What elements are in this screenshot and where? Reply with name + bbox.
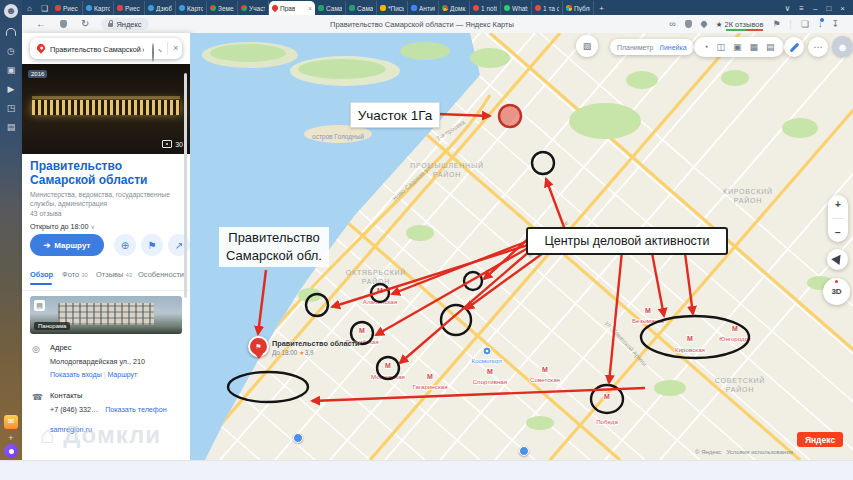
place-pin[interactable]: ⚑	[248, 336, 269, 357]
yandex-mail-icon[interactable]: ✉	[4, 415, 18, 429]
side-panel-icon[interactable]: ❏	[801, 19, 809, 29]
maximize-button[interactable]: □	[826, 4, 831, 13]
ruler-option[interactable]: Линейка	[659, 44, 686, 51]
browser-tab[interactable]: Домкл	[439, 1, 470, 15]
browser-tab[interactable]: АнтиО	[408, 1, 439, 15]
navigator-arrow-icon	[831, 252, 844, 265]
browser-tab[interactable]: Самар	[346, 1, 377, 15]
search-clear-icon[interactable]: ×	[173, 43, 178, 53]
browser-tab[interactable]: 1 та сх	[532, 1, 563, 15]
tab-features[interactable]: Особенности	[138, 270, 186, 279]
protect-shield-icon[interactable]	[60, 20, 67, 28]
transit-icon[interactable]: ▦	[749, 42, 758, 52]
reviews-badge[interactable]: ★ 2К отзывов	[716, 20, 764, 29]
divider	[22, 290, 190, 291]
poi-dot[interactable]	[293, 433, 303, 443]
back-icon[interactable]: ←	[36, 19, 46, 29]
panel-scrollbar[interactable]	[184, 73, 187, 298]
traffic-icon[interactable]: ◔	[703, 42, 708, 52]
tab-groups-icon[interactable]: ❏	[37, 4, 52, 15]
profile-avatar-icon[interactable]: ☻	[4, 4, 18, 18]
show-entrances-link[interactable]: Показать входы	[50, 371, 102, 378]
screen: ☻ ◷ ▣ ▶ ◳ ▤ ✉ + ⌂ ❏ Риес Карто Риес Дзюб…	[0, 0, 853, 480]
browser-sidebar: ☻ ◷ ▣ ▶ ◳ ▤ ✉ +	[0, 0, 22, 460]
opening-hours[interactable]: Открыто до 18:00 ∨	[30, 222, 95, 231]
browser-tab[interactable]: Дзюб	[145, 1, 176, 15]
new-tab-button[interactable]: +	[594, 4, 609, 15]
map-canvas[interactable]: остров Голодный Ново-Садовая ул. Московс…	[190, 33, 853, 460]
transport-people-icon[interactable]: ◫	[716, 42, 725, 52]
tab-reviews[interactable]: Отзывы43	[96, 270, 132, 279]
tab-search-icon[interactable]: ∨	[785, 4, 791, 13]
show-phone-link[interactable]: Показать телефон	[105, 405, 167, 414]
svg-text:Спортивная: Спортивная	[473, 378, 507, 385]
browser-tab[interactable]: Whats	[501, 1, 532, 15]
tab-label: АнтиО	[419, 5, 435, 12]
route-link[interactable]: Маршрут	[107, 371, 137, 378]
compass-3d-button[interactable]: 3D	[823, 278, 850, 305]
tab-photos[interactable]: Фото30	[62, 270, 88, 279]
tab-label: *Письм	[388, 5, 404, 12]
link-divider: |	[104, 371, 106, 378]
zoom-out-button[interactable]: −	[835, 227, 841, 238]
alice-assistant-icon[interactable]	[4, 444, 18, 458]
screenshot-icon[interactable]: ◳	[4, 101, 18, 115]
search-bar[interactable]: Правительство Самарской обл ×	[30, 38, 182, 59]
tab-overview[interactable]: Обзор	[30, 270, 53, 279]
minimize-button[interactable]: –	[813, 4, 817, 13]
refresh-icon[interactable]: ↻	[81, 19, 89, 29]
terms-link[interactable]: Условия использования	[726, 449, 793, 455]
browser-tab[interactable]: *Письм	[377, 1, 408, 15]
menu-icon[interactable]: ≡	[799, 4, 804, 13]
ruler-button[interactable]	[784, 37, 804, 57]
browser-tab[interactable]: Карто	[176, 1, 207, 15]
location-pin-icon[interactable]	[700, 20, 708, 28]
place-photo[interactable]: 2016 30	[22, 64, 190, 154]
locate-me-button[interactable]	[827, 249, 848, 270]
bookmark-flag-icon[interactable]: ⚑	[772, 19, 780, 29]
tab-close-icon[interactable]: ×	[308, 5, 312, 12]
browser-tab[interactable]: Карто	[83, 1, 114, 15]
player-play-icon[interactable]: ▶	[4, 82, 18, 96]
more-tools-button[interactable]: ⋯	[808, 37, 828, 57]
browser-tab-active[interactable]: Прав×	[269, 1, 315, 15]
address-bar[interactable]: Яндекс	[101, 18, 148, 30]
browser-tab[interactable]: Риес	[52, 1, 83, 15]
bookmark-button[interactable]: ⚑	[141, 234, 163, 256]
boards-icon[interactable]: ▤	[4, 120, 18, 134]
poi-dot[interactable]	[519, 446, 529, 456]
notifications-bell-icon[interactable]	[4, 25, 18, 39]
zoom-in-button[interactable]: +	[835, 199, 841, 210]
yandex-logo-badge[interactable]: Яндекс	[797, 432, 843, 447]
layers-button[interactable]: ▧	[576, 35, 598, 57]
route-button[interactable]: ➔Маршрут	[30, 234, 104, 256]
cameras-icon[interactable]: ▣	[733, 42, 742, 52]
copy-link-icon[interactable]: ∞	[669, 19, 675, 29]
photo-count-badge[interactable]: 30	[162, 140, 183, 148]
annotation-plot-label: Участок 1Га	[350, 102, 440, 128]
browser-tab[interactable]: Участ	[238, 1, 269, 15]
user-avatar[interactable]: ☻	[832, 36, 853, 57]
home-icon[interactable]: ⌂	[22, 4, 37, 15]
history-clock-icon[interactable]: ◷	[4, 44, 18, 58]
tabs-panel-icon[interactable]: ▣	[4, 63, 18, 77]
add-service-icon[interactable]: +	[4, 431, 18, 445]
browser-tab[interactable]: Земел	[207, 1, 238, 15]
browser-tab[interactable]: Самар	[315, 1, 346, 15]
planimeter-option[interactable]: Планиметр	[617, 44, 653, 51]
search-input[interactable]: Правительство Самарской обл	[50, 45, 144, 54]
annotation-centers-label: Центры деловой активности	[526, 227, 728, 255]
collapse-tray-icon[interactable]: ↧	[831, 19, 839, 29]
place-pin-label[interactable]: Правительство области	[272, 339, 360, 348]
site-protect-icon[interactable]	[685, 20, 692, 28]
reviews-count-label[interactable]: 43 отзыва	[30, 210, 62, 217]
close-button[interactable]: ×	[840, 4, 845, 13]
browser-tab[interactable]: 1 notif	[470, 1, 501, 15]
browser-tab[interactable]: Риес	[114, 1, 145, 15]
website-globe-button[interactable]: ⊕	[114, 234, 136, 256]
browser-tab[interactable]: Публич	[563, 1, 594, 15]
downloads-icon[interactable]: ↓	[818, 19, 823, 29]
search-icon[interactable]	[152, 43, 154, 62]
panorama-thumbnail[interactable]: ▤ Панорама	[30, 296, 182, 334]
panoramas-icon[interactable]: ▤	[766, 42, 775, 52]
